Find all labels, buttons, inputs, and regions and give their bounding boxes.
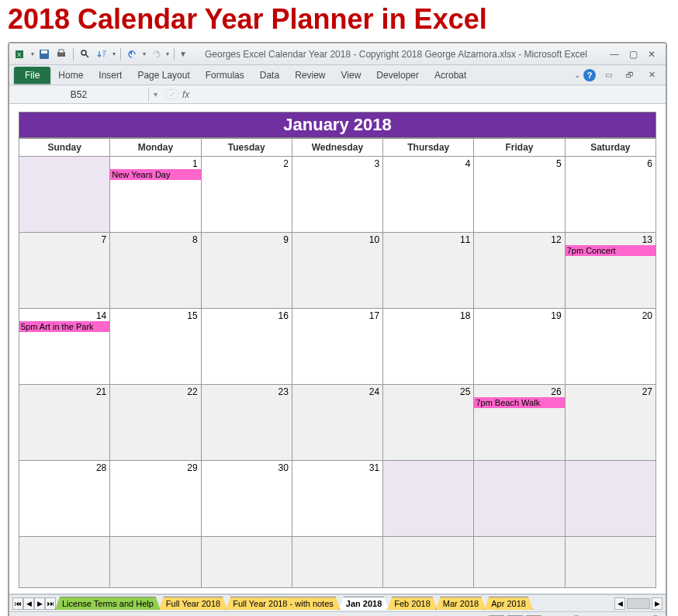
sheet-tab-license-terms-and-help[interactable]: License Terms and Help	[55, 597, 161, 610]
sort-icon[interactable]	[95, 47, 109, 61]
doc-close-button[interactable]: ✕	[642, 70, 661, 81]
svg-text:X: X	[17, 51, 22, 58]
tab-acrobat[interactable]: Acrobat	[427, 67, 474, 84]
tab-page-layout[interactable]: Page Layout	[130, 67, 197, 84]
tab-nav-prev[interactable]: ◀	[23, 597, 34, 610]
fx-label[interactable]: fx	[182, 89, 189, 100]
maximize-button[interactable]: ▢	[624, 49, 642, 60]
day-number: 15	[187, 310, 197, 321]
save-icon[interactable]	[37, 47, 51, 61]
tab-view[interactable]: View	[334, 67, 369, 84]
calendar-event[interactable]: 5pm Art in the Park	[19, 321, 109, 332]
find-icon[interactable]	[78, 47, 92, 61]
day-number: 21	[96, 386, 106, 397]
calendar-cell[interactable]	[383, 537, 474, 588]
calendar-event[interactable]: 7pm Beach Walk	[474, 397, 564, 408]
calendar-cell[interactable]: 30	[201, 461, 292, 537]
hscroll-right[interactable]: ▶	[652, 597, 662, 610]
calendar-cell[interactable]: 4	[383, 157, 474, 233]
hscroll-track[interactable]	[627, 598, 650, 609]
tab-nav-last[interactable]: ⏭	[45, 597, 56, 610]
day-number: 30	[278, 462, 288, 473]
calendar-cell[interactable]	[565, 461, 656, 537]
calendar-cell[interactable]: 18	[383, 309, 474, 385]
calendar-event[interactable]: New Years Day	[110, 169, 200, 180]
calendar-cell[interactable]	[474, 461, 565, 537]
day-number: 25	[460, 386, 470, 397]
calendar-cell[interactable]	[474, 537, 565, 588]
calendar-cell[interactable]: 137pm Concert	[565, 233, 656, 309]
calendar-cell[interactable]: 16	[201, 309, 292, 385]
day-number: 20	[642, 310, 652, 321]
calendar-cell[interactable]	[19, 157, 110, 233]
sheet-tab-mar-2018[interactable]: Mar 2018	[436, 597, 486, 610]
calendar-cell[interactable]: 7	[19, 233, 110, 309]
calendar-cell[interactable]	[565, 537, 656, 588]
tab-insert[interactable]: Insert	[91, 67, 130, 84]
calendar-cell[interactable]: 27	[565, 385, 656, 461]
excel-window: X ▾ ▾ ▾ ▾ ▼ Georges Excel Calendar Year …	[8, 42, 667, 616]
day-number: 8	[192, 234, 198, 245]
name-box[interactable]: B52	[9, 88, 149, 102]
help-icon[interactable]: ?	[583, 69, 596, 81]
hscroll-left[interactable]: ◀	[614, 597, 625, 610]
calendar-cell[interactable]: 23	[201, 385, 292, 461]
close-button[interactable]: ✕	[642, 49, 661, 60]
sheet-tab-apr-2018[interactable]: Apr 2018	[484, 597, 533, 610]
calendar-cell[interactable]: 29	[110, 461, 201, 537]
calendar-cell[interactable]: 19	[474, 309, 565, 385]
calendar-cell[interactable]: 8	[110, 233, 201, 309]
sheet-tab-jan-2018[interactable]: Jan 2018	[339, 597, 389, 610]
calendar-cell[interactable]: 1New Years Day	[110, 157, 201, 233]
doc-restore-button[interactable]: 🗗	[621, 70, 639, 81]
calendar-cell[interactable]	[292, 537, 382, 588]
calendar-cell[interactable]: 28	[19, 461, 110, 537]
sheet-tab-full-year-2018[interactable]: Full Year 2018	[159, 597, 227, 610]
tab-file[interactable]: File	[14, 67, 50, 84]
ribbon-options-icon[interactable]: ⌄	[574, 71, 580, 79]
doc-minimize-button[interactable]: ▭	[599, 70, 617, 81]
calendar-cell[interactable]	[19, 537, 110, 588]
print-icon[interactable]	[54, 47, 68, 61]
tab-nav-first[interactable]: ⏮	[12, 597, 23, 610]
calendar-cell[interactable]	[110, 537, 201, 588]
tab-data[interactable]: Data	[252, 67, 287, 84]
calendar-cell[interactable]: 20	[565, 309, 656, 385]
calendar-cell[interactable]: 22	[110, 385, 201, 461]
tab-home[interactable]: Home	[50, 67, 91, 84]
calendar-cell[interactable]: 25	[383, 385, 474, 461]
calendar-cell[interactable]: 6	[565, 157, 656, 233]
sheet-tab-full-year-2018-with-notes[interactable]: Full Year 2018 - with notes	[226, 597, 341, 610]
calendar-cell[interactable]: 2	[201, 157, 292, 233]
calendar-cell[interactable]: 31	[292, 461, 382, 537]
calendar-cell[interactable]: 15	[110, 309, 201, 385]
calendar-cell[interactable]: 9	[201, 233, 292, 309]
day-number: 26	[551, 386, 561, 397]
minimize-button[interactable]: —	[605, 49, 624, 60]
excel-icon[interactable]: X	[14, 47, 28, 61]
calendar-cell[interactable]: 12	[474, 233, 565, 309]
calendar-cell[interactable]: 3	[292, 157, 382, 233]
macro-record-icon[interactable]	[45, 614, 59, 617]
calendar-cell[interactable]: 21	[19, 385, 110, 461]
cancel-formula-icon[interactable]: ✓	[165, 89, 179, 99]
calendar-cell[interactable]: 11	[383, 233, 474, 309]
redo-icon[interactable]	[149, 47, 163, 61]
tab-nav-next[interactable]: ▶	[34, 597, 45, 610]
tab-review[interactable]: Review	[287, 67, 333, 84]
calendar-cell[interactable]	[201, 537, 292, 588]
sheet-tab-feb-2018[interactable]: Feb 2018	[387, 597, 437, 610]
calendar-cell[interactable]: 145pm Art in the Park	[19, 309, 110, 385]
formula-input[interactable]	[192, 87, 666, 102]
calendar-cell[interactable]: 5	[474, 157, 565, 233]
calendar-event[interactable]: 7pm Concert	[566, 245, 656, 256]
tab-formulas[interactable]: Formulas	[198, 67, 252, 84]
undo-icon[interactable]	[126, 47, 140, 61]
calendar-cell[interactable]	[383, 461, 474, 537]
calendar-cell[interactable]: 24	[292, 385, 382, 461]
calendar-cell[interactable]: 267pm Beach Walk	[474, 385, 565, 461]
worksheet-area[interactable]: January 2018 SundayMondayTuesdayWednesda…	[9, 104, 666, 594]
calendar-cell[interactable]: 10	[292, 233, 382, 309]
calendar-cell[interactable]: 17	[292, 309, 382, 385]
tab-developer[interactable]: Developer	[368, 67, 427, 84]
